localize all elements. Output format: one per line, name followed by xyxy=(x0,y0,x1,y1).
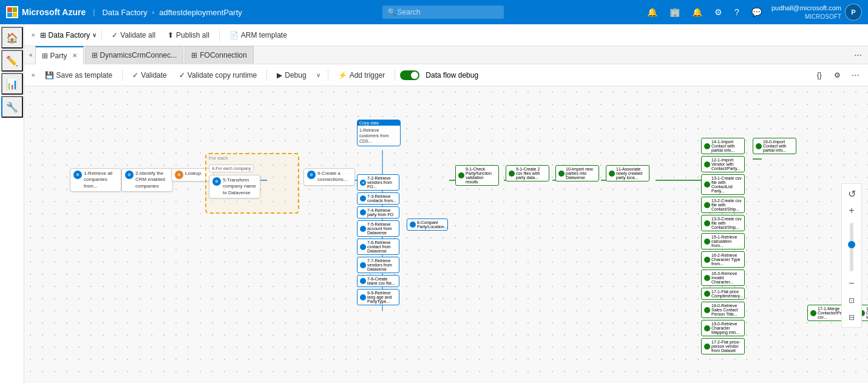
node-retrieve-all-companies[interactable]: ⊕ 1-Retrieve all companies from... xyxy=(70,168,121,192)
tab-dynamics[interactable]: ⊞ DynamicsCrmConnec... xyxy=(85,46,184,64)
fit-all-btn[interactable]: ⊟ xyxy=(844,310,859,325)
node-16-0-label: 16-0-Import Contact with partial info... xyxy=(763,140,793,152)
node-9-1-check[interactable]: 9-1-Check Party/function validation resu… xyxy=(455,165,499,186)
add-trigger-btn[interactable]: ⚡ Add trigger xyxy=(333,69,390,82)
node-transform[interactable]: ⊕ 5-Transform company name to Dataverse xyxy=(209,175,260,198)
node-7-4[interactable]: 7-4-Retrieve party from FO xyxy=(357,206,399,219)
node-11-label: 11-Associate newly created party loca... xyxy=(616,167,646,180)
tab-ellipsis[interactable]: ··· xyxy=(850,49,866,62)
foreach-label: For each xyxy=(206,154,298,162)
zoom-in-btn[interactable]: + xyxy=(844,203,859,218)
canvas-area[interactable]: ⊕ 1-Retrieve all companies from... ⊕ 2-I… xyxy=(24,86,868,383)
node-17-1[interactable]: 17-1-Flat price Complimentary... xyxy=(701,288,745,300)
node-7-3-icon xyxy=(360,195,366,202)
node-16-0-icon xyxy=(756,143,762,149)
node-14-1-icon xyxy=(704,143,710,149)
pipeline-settings-btn[interactable]: ⚙ xyxy=(829,69,846,82)
alerts-icon[interactable]: 🔔 xyxy=(690,5,705,19)
notifications-icon[interactable]: 🔔 xyxy=(645,5,660,19)
node-7-2[interactable]: ⊕ 7-2-Retrieve vendors from FO... xyxy=(357,174,399,191)
node-8-icon xyxy=(410,222,416,228)
node-13-1[interactable]: 13-1-Create csv file with ContactList Pa… xyxy=(701,174,745,195)
fit-screen-btn[interactable]: ⊡ xyxy=(844,293,859,308)
tab-foconnection[interactable]: ⊞ FOConnection xyxy=(185,46,253,64)
node-16-2[interactable]: 16-2-Retrieve Character Type from... xyxy=(701,251,745,268)
validate-all-btn[interactable]: ✓ Validate all xyxy=(107,29,160,42)
debug-chevron[interactable]: ∨ xyxy=(314,69,323,81)
node-7-6-icon xyxy=(360,244,366,250)
search-input[interactable] xyxy=(382,5,504,19)
node-13-2-icon xyxy=(704,202,710,208)
factory-name: adftestdeploymentParty xyxy=(159,8,242,17)
zoom-out-btn[interactable]: − xyxy=(844,276,859,291)
user-info: pudhall@microsoft.com MICROSOFT P xyxy=(771,4,862,21)
save-icon: 💾 xyxy=(45,71,54,80)
node-13-2[interactable]: 13-2-Create csv file with Contact/Ship..… xyxy=(701,197,745,213)
collapse-tabs[interactable]: « xyxy=(27,49,35,61)
tab-party-close[interactable]: ✕ xyxy=(72,52,77,59)
node-9-1-create-icon xyxy=(509,171,515,177)
node-7-7[interactable]: 7-7-Retrieve vendors from Dataverse xyxy=(357,257,399,273)
node-15-1[interactable]: 15-1-Retrieve calculation from... xyxy=(701,233,745,249)
node-identify-crm[interactable]: ⊕ 2-Identify the CRM enabled companies xyxy=(121,168,173,192)
node-17-1-merge-icon xyxy=(810,310,816,316)
data-factory-label[interactable]: Data Factory xyxy=(102,8,147,17)
right-column: 14-1-Import Contact with partial info...… xyxy=(701,138,745,354)
node-7-8[interactable]: 7-8-Create blank csv file... xyxy=(357,275,399,287)
node-icon-transform: ⊕ xyxy=(212,177,221,186)
tab-party[interactable]: ⊞ Party ✕ xyxy=(35,46,84,64)
breadcrumb-arrow: › xyxy=(152,9,154,16)
user-email: pudhall@microsoft.com xyxy=(771,4,841,12)
validate-copy-runtime-btn[interactable]: ✓ Validate copy runtime xyxy=(174,69,262,82)
node-19-0[interactable]: 19-0-Retrieve Character Mapping into... xyxy=(701,320,745,336)
avatar[interactable]: P xyxy=(845,4,862,21)
node-7-3[interactable]: 7-3-Retrieve contacts from... xyxy=(357,192,399,205)
save-as-template-btn[interactable]: 💾 Save as template xyxy=(40,69,118,82)
feedback-icon[interactable]: 💬 xyxy=(749,5,764,19)
nav-pencil[interactable]: ✏️ xyxy=(1,50,23,72)
validate-btn[interactable]: ✓ Validate xyxy=(127,69,171,82)
node-7-3-label: 7-3-Retrieve contacts from... xyxy=(367,194,396,203)
nav-home[interactable]: 🏠 xyxy=(1,27,23,49)
node-7-5-label: 7-5-Retrieve account from Dataverse xyxy=(367,222,396,235)
node-17-2[interactable]: 17-2-Flat price-person vendor from Datas… xyxy=(701,338,745,354)
node-9-9[interactable]: 9-9-Retrieve lang age and PartyType... xyxy=(357,289,399,305)
tab-dynamics-icon: ⊞ xyxy=(92,51,98,59)
collapse-second-toolbar[interactable]: « xyxy=(29,29,38,41)
node-16-3[interactable]: 16-3-Remove Invalid Character... xyxy=(701,269,745,286)
data-flow-debug-toggle[interactable] xyxy=(400,70,419,80)
foreach-container[interactable]: For each 4-For each company ⊕ 5-Transfor… xyxy=(205,153,299,214)
node-8-compare[interactable]: 8-Compare Party/Location... xyxy=(407,219,448,231)
debug-btn[interactable]: ▶ Debug xyxy=(272,69,311,82)
pipeline-toolbar: « 💾 Save as template ✓ Validate ✓ Valida… xyxy=(24,64,868,86)
refresh-btn[interactable]: ↺ xyxy=(844,186,859,201)
node-14-1[interactable]: 14-1-Import Contact with partial info... xyxy=(701,138,745,154)
toolbar-sep2 xyxy=(219,29,220,41)
node-10-import[interactable]: 10-Import new parties into Dataverse xyxy=(555,165,599,181)
publish-all-btn[interactable]: ⬆ Publish all xyxy=(163,29,214,42)
node-7-5[interactable]: 7-5-Retrieve account from Dataverse xyxy=(357,220,399,237)
node-9-1-create[interactable]: 9-1-Create 2 csv files with party data..… xyxy=(506,165,549,181)
node-18-0[interactable]: 18-0-Retrieve Sales Contact Person Title… xyxy=(701,302,745,318)
node-11-associate[interactable]: 11-Associate newly created party loca... xyxy=(606,165,649,181)
node-13-3[interactable]: 13-3-Create csv file with Contact/Ship..… xyxy=(701,215,745,231)
zoom-handle[interactable] xyxy=(848,241,855,248)
zoom-track[interactable] xyxy=(850,223,853,271)
pipeline-ellipsis[interactable]: ··· xyxy=(848,69,863,82)
nav-manage[interactable]: 🔧 xyxy=(1,96,23,118)
play-icon: ▶ xyxy=(277,71,282,80)
check2-icon: ✓ xyxy=(179,71,185,80)
node-16-0[interactable]: 16-0-Import Contact with partial info... xyxy=(753,138,796,154)
node-17-2-icon xyxy=(704,344,710,350)
data-factory-nav[interactable]: ⊞ Data Factory ∨ xyxy=(40,31,97,39)
node-7-6[interactable]: 7-6-Retrieve contact from Dataverse xyxy=(357,239,399,255)
node-12-1[interactable]: 12-1-Import Vendor with Contact/Party... xyxy=(701,156,745,172)
collapse-pipeline-toolbar[interactable]: « xyxy=(29,69,38,81)
directory-icon[interactable]: 🏢 xyxy=(667,5,682,19)
settings-icon[interactable]: ⚙ xyxy=(712,5,725,19)
node-create-connections[interactable]: ⊕ 6-Create a connections... xyxy=(303,168,355,186)
arm-template-btn[interactable]: 📄 ARM template xyxy=(225,29,292,42)
code-btn[interactable]: {} xyxy=(812,69,827,82)
nav-monitor[interactable]: 📊 xyxy=(1,73,23,95)
help-icon[interactable]: ? xyxy=(732,5,742,19)
